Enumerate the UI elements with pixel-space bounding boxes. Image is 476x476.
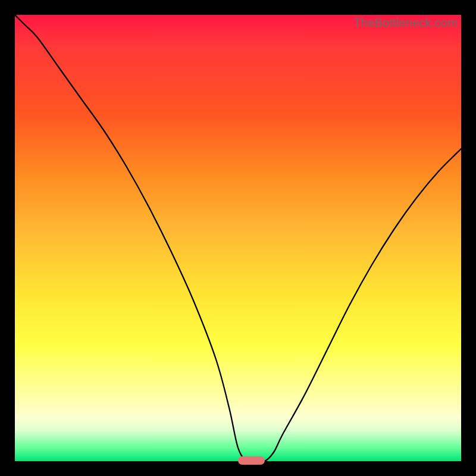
chart-container: TheBottleneck.com — [0, 0, 476, 476]
optimal-range-marker — [238, 456, 265, 465]
plot-area: TheBottleneck.com — [15, 15, 461, 461]
bottleneck-curve — [15, 15, 461, 461]
